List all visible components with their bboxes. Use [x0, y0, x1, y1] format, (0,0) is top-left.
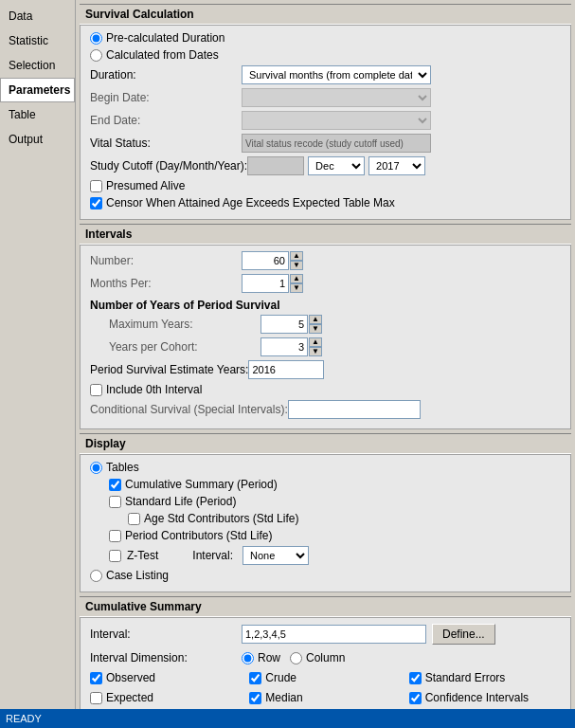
column-radio[interactable]	[290, 652, 302, 664]
ztest-row: Z-Test Interval: None	[109, 546, 561, 565]
number-down-btn[interactable]: ▼	[290, 261, 303, 270]
cb-confidence-intervals[interactable]	[409, 692, 422, 704]
age-std-checkbox[interactable]	[128, 513, 140, 525]
period-contributors-label[interactable]: Period Contributors (Std Life)	[125, 529, 272, 542]
cb-label-5[interactable]: Confidence Intervals	[425, 691, 529, 704]
cumulative-summary-checkbox[interactable]	[109, 479, 121, 491]
period-contributors-checkbox[interactable]	[109, 530, 121, 542]
months-per-up-btn[interactable]: ▲	[290, 274, 303, 283]
presumed-alive-group: Presumed Alive	[90, 179, 561, 192]
cb-group-5: Confidence Intervals	[409, 691, 561, 704]
years-per-cohort-spinner-btns: ▲ ▼	[309, 337, 322, 356]
case-listing-label[interactable]: Case Listing	[106, 569, 169, 582]
cumulative-interval-label: Interval:	[90, 628, 242, 641]
row-radio[interactable]	[242, 652, 254, 664]
cb-observed[interactable]	[90, 672, 102, 684]
period-survival-heading: Number of Years of Period Survival	[90, 299, 561, 312]
cumulative-interval-row: Interval: Define...	[90, 624, 561, 645]
cb-group-4: Median	[249, 691, 401, 704]
presumed-alive-checkbox[interactable]	[90, 180, 102, 192]
precalculated-label[interactable]: Pre-calculated Duration	[106, 31, 225, 45]
censor-label[interactable]: Censor When Attained Age Exceeds Expecte…	[106, 196, 395, 209]
years-per-cohort-input[interactable]	[261, 337, 308, 356]
months-per-input[interactable]	[242, 274, 289, 293]
months-per-spinner: ▲ ▼	[242, 274, 303, 293]
case-listing-radio-group: Case Listing	[90, 569, 561, 582]
study-cutoff-label: Study Cutoff (Day/Month/Year):	[90, 159, 247, 173]
status-text: READY	[6, 713, 42, 724]
cb-expected[interactable]	[90, 692, 102, 704]
period-estimate-label: Period Survival Estimate Years:	[90, 363, 248, 376]
period-estimate-row: Period Survival Estimate Years:	[90, 360, 561, 379]
sidebar-item-statistic[interactable]: Statistic	[0, 28, 75, 53]
define-button[interactable]: Define...	[432, 624, 495, 645]
cb-label-2[interactable]: Standard Errors	[425, 671, 506, 684]
years-per-cohort-down-btn[interactable]: ▼	[309, 347, 322, 356]
ztest-label[interactable]: Z-Test	[127, 549, 158, 562]
end-date-row: End Date:	[90, 111, 561, 130]
display-body: Tables Cumulative Summary (Period) Stand…	[80, 454, 571, 592]
include-0th-checkbox[interactable]	[90, 384, 102, 396]
end-date-label: End Date:	[90, 114, 242, 127]
survival-calculation-header: Survival Calculation	[80, 4, 571, 25]
sidebar-item-output[interactable]: Output	[0, 127, 75, 152]
cb-label-0[interactable]: Observed	[106, 671, 155, 684]
max-years-spinner: ▲ ▼	[261, 315, 322, 334]
presumed-alive-label[interactable]: Presumed Alive	[106, 179, 185, 192]
cb-label-4[interactable]: Median	[265, 691, 302, 704]
study-cutoff-row: Study Cutoff (Day/Month/Year): Dec 2017	[90, 156, 561, 175]
max-years-up-btn[interactable]: ▲	[309, 315, 322, 324]
tables-options: Cumulative Summary (Period) Standard Lif…	[109, 478, 561, 565]
period-estimate-input[interactable]	[248, 360, 324, 379]
cb-median[interactable]	[249, 692, 261, 704]
cutoff-year-select[interactable]: 2017	[368, 156, 425, 175]
case-listing-radio[interactable]	[90, 570, 102, 582]
cb-label-3[interactable]: Expected	[106, 691, 153, 704]
calculated-dates-radio[interactable]	[90, 49, 102, 62]
number-spinner-btns: ▲ ▼	[290, 251, 303, 270]
sidebar-item-selection[interactable]: Selection	[0, 53, 75, 78]
tables-radio[interactable]	[90, 462, 102, 474]
standard-life-checkbox[interactable]	[109, 496, 121, 508]
age-std-label[interactable]: Age Std Contributors (Std Life)	[144, 512, 298, 525]
max-years-input[interactable]	[261, 315, 308, 334]
column-radio-label[interactable]: Column	[306, 651, 345, 664]
display-header: Display	[80, 433, 571, 454]
years-per-cohort-up-btn[interactable]: ▲	[309, 337, 322, 347]
tables-radio-label[interactable]: Tables	[106, 461, 139, 474]
ztest-checkbox[interactable]	[109, 550, 121, 562]
months-per-row: Months Per: ▲ ▼	[90, 274, 561, 293]
cb-standard-errors[interactable]	[409, 672, 422, 684]
sidebar-item-table[interactable]: Table	[0, 102, 75, 127]
row-radio-label[interactable]: Row	[258, 651, 280, 664]
number-up-btn[interactable]: ▲	[290, 251, 303, 261]
dimension-row: Interval Dimension: Row Column	[90, 648, 561, 667]
vital-status-label: Vital Status:	[90, 136, 242, 150]
max-years-down-btn[interactable]: ▼	[309, 324, 322, 334]
duration-select[interactable]: Survival months (from complete dates)	[242, 65, 431, 84]
cumulative-summary-label[interactable]: Cumulative Summary (Period)	[125, 478, 278, 491]
number-input[interactable]	[242, 251, 289, 270]
months-per-down-btn[interactable]: ▼	[290, 283, 303, 293]
sidebar-item-parameters[interactable]: Parameters	[0, 78, 75, 102]
calculated-dates-label[interactable]: Calculated from Dates	[106, 48, 219, 62]
number-row: Number: ▲ ▼	[90, 251, 561, 270]
cb-label-1[interactable]: Crude	[265, 671, 296, 684]
cutoff-inputs: Dec 2017	[247, 156, 425, 175]
cb-crude[interactable]	[249, 672, 261, 684]
sidebar: Data Statistic Selection Parameters Tabl…	[0, 0, 76, 728]
cutoff-month-select[interactable]: Dec	[308, 156, 365, 175]
survival-calculation-body: Pre-calculated Duration Calculated from …	[80, 25, 571, 220]
include-0th-label[interactable]: Include 0th Interval	[106, 383, 202, 396]
censor-checkbox[interactable]	[90, 197, 102, 209]
standard-life-label[interactable]: Standard Life (Period)	[125, 495, 236, 508]
interval-select[interactable]: None	[243, 546, 309, 565]
include-0th-group: Include 0th Interval	[90, 383, 561, 396]
conditional-input[interactable]	[288, 400, 421, 419]
cumulative-interval-input[interactable]	[242, 625, 426, 644]
precalculated-radio[interactable]	[90, 32, 102, 45]
years-per-cohort-row: Years per Cohort: ▲ ▼	[109, 337, 561, 356]
cutoff-day-input	[247, 156, 304, 175]
column-radio-group: Column	[290, 651, 345, 664]
sidebar-item-data[interactable]: Data	[0, 4, 75, 28]
